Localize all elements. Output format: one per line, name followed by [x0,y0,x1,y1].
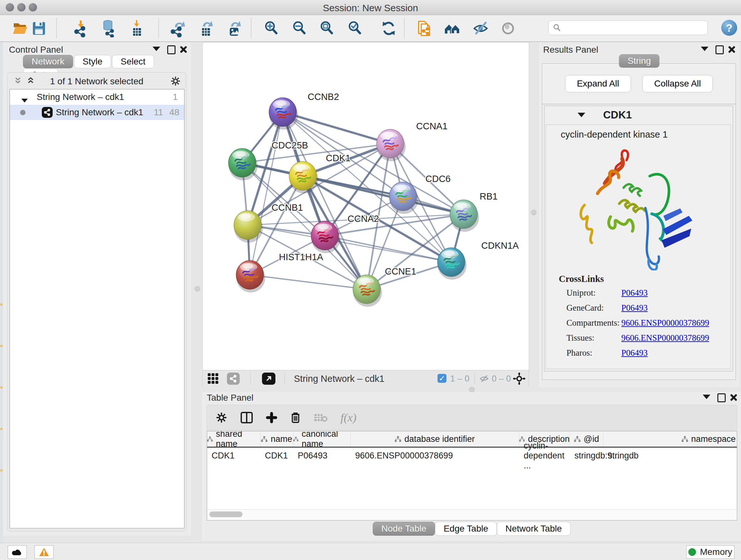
panel-close-icon[interactable] [730,393,737,402]
column-header-name[interactable]: name [260,431,293,447]
zoom-selected-icon[interactable] [346,19,364,37]
export-image-icon[interactable] [225,19,243,37]
tab-edge-table[interactable]: Edge Table [435,522,497,536]
import-network-from-database-icon[interactable] [99,19,118,37]
import-network-from-file-icon[interactable] [72,19,90,37]
panel-float-icon[interactable] [167,45,176,56]
hidden-eye-icon[interactable] [479,374,489,383]
node-CDK1[interactable] [289,162,318,193]
zoom-in-icon[interactable] [262,19,280,37]
table-cell[interactable]: P06493 [293,448,351,463]
export-network-icon[interactable] [169,19,187,37]
column-header-canonical-name[interactable]: canonical name [293,431,351,447]
open-session-icon[interactable] [11,19,29,37]
table-cell[interactable]: CDK1 [260,448,293,463]
network-row[interactable]: String Network – cdk1 11 48 [10,105,184,120]
tree-expand-icon[interactable] [21,95,28,105]
scrollbar-thumb[interactable] [209,511,243,517]
crosslink-link[interactable]: 9606.ENSP00000378699 [621,318,709,328]
table-row[interactable]: CDK1CDK1P064939606.ENSP00000378699cyclin… [207,448,737,463]
column-header-shared-name[interactable]: shared name [207,431,260,447]
panel-float-icon[interactable] [718,393,726,403]
save-session-icon[interactable] [30,19,48,37]
delete-table-icon[interactable] [314,412,328,423]
function-builder-icon[interactable]: f(x) [340,411,356,424]
column-header-namespace[interactable]: namespace [603,431,737,447]
panel-float-icon[interactable] [716,45,724,56]
table-cell[interactable]: stringdb [603,448,737,463]
edge-HIST1H1A-CCNE1[interactable] [250,275,367,289]
panel-menu-icon[interactable] [152,47,160,52]
help-button[interactable]: ? [721,20,737,36]
tab-node-table[interactable]: Node Table [373,522,435,536]
node-CDKN1A[interactable] [437,248,467,280]
expand-all-button[interactable]: Expand All [565,75,631,92]
tab-string[interactable]: String [619,54,659,68]
node-CDC25B[interactable] [228,148,258,180]
node-CCNB2[interactable] [269,98,298,130]
zoom-out-icon[interactable] [290,19,308,37]
table-cell[interactable]: CDK1 [207,448,260,463]
collapse-all-button[interactable]: Collapse All [643,75,713,92]
export-table-icon[interactable] [197,19,215,37]
search-input[interactable] [564,23,703,33]
tab-network[interactable]: Network [23,55,73,68]
first-neighbors-icon[interactable] [415,19,433,37]
horizontal-scrollbar[interactable] [207,509,737,519]
horizontal-splitter-handle[interactable] [469,387,475,392]
table-cell[interactable]: stringdb:9... [570,448,603,463]
birds-eye-grid-icon[interactable] [208,373,219,384]
open-in-window-icon[interactable] [262,373,275,385]
control-panel: Control Panel NetworkStyleSelectSets 1 o… [3,42,191,536]
search-box[interactable] [548,20,708,35]
crosslink-link[interactable]: 9606.ENSP00000378699 [621,333,709,343]
import-table-from-file-icon[interactable] [128,19,145,37]
table-gear-icon[interactable] [215,412,227,424]
network-collection-row[interactable]: String Network – cdk1 1 [10,89,184,105]
panel-menu-icon[interactable] [703,395,711,400]
node-HIST1H1A[interactable] [236,260,265,293]
tab-network-table[interactable]: Network Table [497,522,570,536]
node-CCNA2[interactable] [311,221,340,253]
vertical-splitter-handle-left[interactable] [195,286,200,292]
zoom-fit-icon[interactable] [318,19,336,37]
network-canvas[interactable]: CCNB2CCNA1CDC25BCDK1CDC6RB1CCNB1CCNA2CDK… [203,43,529,370]
panel-close-icon[interactable] [728,45,735,54]
node-result-header[interactable]: CDK1 [544,106,733,124]
network-edges [242,112,464,289]
crosslink-link[interactable]: P06493 [621,288,648,298]
node-table[interactable]: shared namenamecanonical namedatabase id… [207,431,737,520]
crosslink-link[interactable]: P06493 [621,348,648,358]
warnings-button[interactable] [35,545,54,559]
edge-CCNB2-CCNE1[interactable] [283,112,367,289]
node-CCNE1[interactable] [353,275,382,307]
delete-column-trash-icon[interactable] [290,412,301,424]
add-column-icon[interactable] [266,412,277,423]
gear-icon[interactable] [170,76,181,86]
selected-checkbox-icon[interactable]: ✓ [437,374,447,383]
show-eye-icon[interactable] [499,19,517,37]
column-header-database-identifier[interactable]: database identifier [351,431,519,447]
cloud-button[interactable] [8,545,27,559]
memory-button[interactable]: Memory [686,545,735,559]
show-columns-icon[interactable] [240,412,253,424]
vertical-splitter-handle-right[interactable] [531,210,536,215]
table-cell[interactable]: 9606.ENSP00000378699 [351,448,519,463]
node-CCNA1[interactable] [377,129,406,161]
network-home-icon[interactable] [444,19,461,37]
table-cell[interactable]: cyclin-dependent ... [519,448,570,463]
node-RB1[interactable] [450,200,479,232]
tab-select[interactable]: Select [112,55,154,68]
main-toolbar: ? [0,15,741,42]
refresh-icon[interactable] [380,19,398,37]
section-collapse-icon[interactable] [578,113,585,117]
tab-style[interactable]: Style [74,55,111,68]
panel-menu-icon[interactable] [701,47,709,52]
panel-close-icon[interactable] [179,45,187,54]
edge-CCNB2-CCNA1[interactable] [283,112,390,144]
fit-crosshair-icon[interactable] [513,372,526,385]
crosslink-link[interactable]: P06493 [621,303,648,313]
hide-panels-eye-icon[interactable] [472,19,489,37]
string-share-icon[interactable] [227,373,240,385]
column-header-@id[interactable]: @id [570,431,603,447]
